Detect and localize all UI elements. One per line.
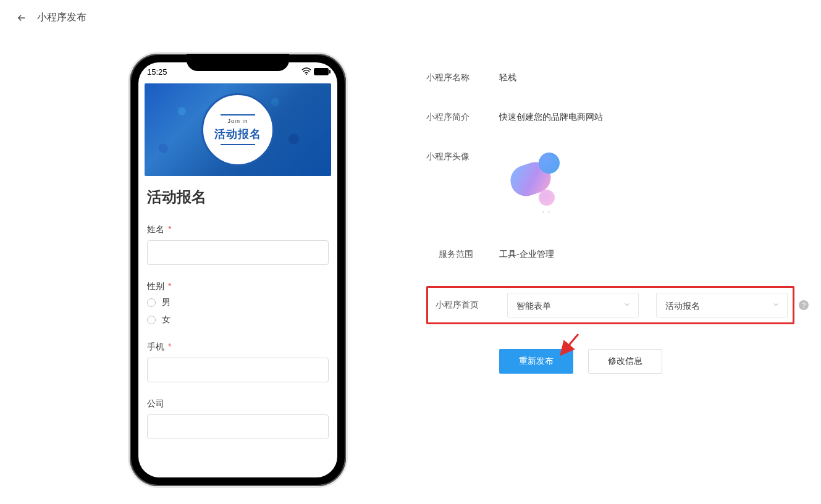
phone-notch xyxy=(187,54,289,71)
required-mark: * xyxy=(168,224,171,235)
chevron-down-icon xyxy=(623,293,631,317)
company-input[interactable] xyxy=(147,414,329,439)
modify-info-button-label: 修改信息 xyxy=(608,356,642,367)
homepage-type-value: 智能表单 xyxy=(516,301,551,311)
action-buttons: 重新发布 修改信息 xyxy=(426,349,803,374)
banner-title: 活动报名 xyxy=(214,127,261,141)
required-mark: * xyxy=(168,281,171,292)
battery-icon xyxy=(314,68,329,75)
homepage-page-select[interactable]: 活动报名 xyxy=(656,293,788,317)
gender-option-female[interactable]: 女 xyxy=(147,314,329,326)
homepage-selector-highlight: 小程序首页 智能表单 活动报名 ? xyxy=(426,286,794,324)
app-avatar-label: 小程序头像 xyxy=(426,151,499,162)
phone-screen: 15:25 Join in 活动报名 活动报名 xyxy=(138,62,337,477)
app-desc-label: 小程序简介 xyxy=(426,112,499,123)
name-input[interactable] xyxy=(147,240,329,265)
app-name-value: 轻栈 xyxy=(499,72,516,83)
gender-field-label: 性别 xyxy=(147,281,164,292)
page-title: 小程序发布 xyxy=(37,11,86,24)
phone-input[interactable] xyxy=(147,358,329,382)
company-field-label: 公司 xyxy=(147,398,164,410)
back-icon[interactable] xyxy=(16,12,27,23)
republish-button[interactable]: 重新发布 xyxy=(499,349,573,374)
republish-button-label: 重新发布 xyxy=(519,356,554,367)
modify-info-button[interactable]: 修改信息 xyxy=(588,349,662,374)
banner-subtitle: Join in xyxy=(227,118,248,124)
app-desc-value: 快速创建您的品牌电商网站 xyxy=(499,112,603,123)
phone-banner: Join in 活动报名 xyxy=(145,83,331,176)
topbar: 小程序发布 xyxy=(0,0,821,35)
gender-male-label: 男 xyxy=(162,297,171,308)
radio-icon xyxy=(147,316,156,324)
app-avatar: • • xyxy=(499,146,567,214)
gender-female-label: 女 xyxy=(162,314,171,326)
app-scope-value: 工具-企业管理 xyxy=(499,249,554,260)
homepage-page-value: 活动报名 xyxy=(665,301,700,311)
phone-frame: 15:25 Join in 活动报名 活动报名 xyxy=(130,54,346,486)
gender-option-male[interactable]: 男 xyxy=(147,297,329,308)
radio-icon xyxy=(147,298,156,307)
statusbar-time: 15:25 xyxy=(147,67,167,77)
app-name-label: 小程序名称 xyxy=(426,72,499,83)
required-mark: * xyxy=(168,342,171,353)
help-icon[interactable]: ? xyxy=(799,300,809,310)
phone-field-label: 手机 xyxy=(147,342,164,353)
homepage-label: 小程序首页 xyxy=(436,300,505,311)
svg-point-0 xyxy=(306,74,307,75)
info-panel: 小程序名称 轻栈 小程序简介 快速创建您的品牌电商网站 小程序头像 • • 服务… xyxy=(426,54,803,486)
banner-badge: Join in 活动报名 xyxy=(201,93,274,166)
wifi-icon xyxy=(301,67,311,77)
form-title: 活动报名 xyxy=(147,187,329,207)
name-field-label: 姓名 xyxy=(147,224,164,235)
chevron-down-icon xyxy=(772,293,780,317)
homepage-type-select[interactable]: 智能表单 xyxy=(507,293,639,317)
app-scope-label: 服务范围 xyxy=(439,249,499,260)
svg-line-1 xyxy=(565,334,578,350)
